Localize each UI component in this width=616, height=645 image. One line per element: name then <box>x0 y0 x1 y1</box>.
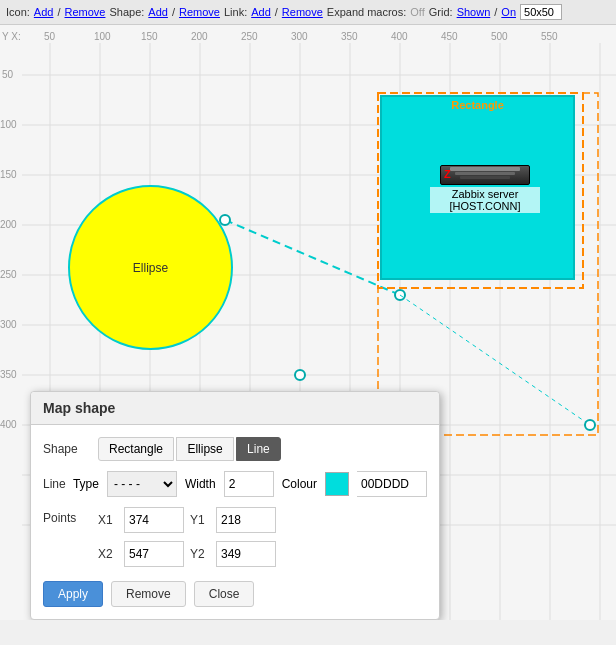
zabbix-host[interactable]: Zabbix server [HOST.CONN] <box>430 165 540 213</box>
rectangle-label: Rectangle <box>451 99 504 111</box>
icon-label: Icon: <box>6 6 30 18</box>
svg-text:450: 450 <box>441 31 458 42</box>
shape-sep: / <box>172 6 175 18</box>
shape-add-link[interactable]: Add <box>148 6 168 18</box>
dialog-buttons: Apply Remove Close <box>43 581 427 607</box>
svg-text:350: 350 <box>0 369 17 380</box>
shape-remove-link[interactable]: Remove <box>179 6 220 18</box>
point-row-1: X1 Y1 <box>98 507 276 533</box>
svg-point-43 <box>220 215 230 225</box>
icon-sep: / <box>57 6 60 18</box>
toolbar: Icon: Add / Remove Shape: Add / Remove L… <box>0 0 616 25</box>
svg-text:150: 150 <box>0 169 17 180</box>
svg-text:550: 550 <box>541 31 558 42</box>
type-label: Type <box>73 477 99 491</box>
link-label: Link: <box>224 6 247 18</box>
colour-input[interactable] <box>357 471 427 497</box>
x2-input[interactable] <box>124 541 184 567</box>
x1-input[interactable] <box>124 507 184 533</box>
link-add-link[interactable]: Add <box>251 6 271 18</box>
shape-ellipse-button[interactable]: Ellipse <box>176 437 233 461</box>
shape-line-button[interactable]: Line <box>236 437 281 461</box>
line-type-select[interactable]: - - - - —— · · · · <box>107 471 177 497</box>
svg-text:200: 200 <box>0 219 17 230</box>
points-grid: X1 Y1 X2 Y2 <box>98 507 276 567</box>
apply-button[interactable]: Apply <box>43 581 103 607</box>
svg-text:250: 250 <box>241 31 258 42</box>
x2-label: X2 <box>98 547 118 561</box>
svg-text:100: 100 <box>0 119 17 130</box>
grid-shown-link[interactable]: Shown <box>457 6 491 18</box>
svg-text:400: 400 <box>0 419 17 430</box>
y1-label: Y1 <box>190 513 210 527</box>
svg-text:250: 250 <box>0 269 17 280</box>
dialog-body: Shape Rectangle Ellipse Line Line Type -… <box>31 425 439 619</box>
grid-sep: / <box>494 6 497 18</box>
zabbix-label: Zabbix server [HOST.CONN] <box>430 187 540 213</box>
svg-text:200: 200 <box>191 31 208 42</box>
line-width-input[interactable] <box>224 471 274 497</box>
svg-text:500: 500 <box>491 31 508 42</box>
svg-text:400: 400 <box>391 31 408 42</box>
colour-swatch[interactable] <box>325 472 349 496</box>
shape-row: Shape Rectangle Ellipse Line <box>43 437 427 461</box>
zabbix-icon <box>440 165 530 185</box>
svg-text:150: 150 <box>141 31 158 42</box>
points-row-label: Points <box>43 507 98 525</box>
point-row-2: X2 Y2 <box>98 541 276 567</box>
svg-text:100: 100 <box>94 31 111 42</box>
width-label: Width <box>185 477 216 491</box>
line-row-label: Line <box>43 477 73 491</box>
svg-text:50: 50 <box>2 69 14 80</box>
map-shape-dialog: Map shape Shape Rectangle Ellipse Line L… <box>30 391 440 620</box>
icon-remove-link[interactable]: Remove <box>65 6 106 18</box>
svg-text:50: 50 <box>44 31 56 42</box>
svg-text:Y X:: Y X: <box>2 31 21 42</box>
points-row: Points X1 Y1 X2 Y2 <box>43 507 427 567</box>
dialog-title: Map shape <box>31 392 439 425</box>
ellipse-shape[interactable]: Ellipse <box>68 185 233 350</box>
svg-text:350: 350 <box>341 31 358 42</box>
grid-size-input[interactable] <box>520 4 562 20</box>
close-button[interactable]: Close <box>194 581 255 607</box>
zabbix-icon-bar <box>450 167 520 171</box>
svg-point-45 <box>295 370 305 380</box>
ellipse-label: Ellipse <box>133 261 168 275</box>
y2-input[interactable] <box>216 541 276 567</box>
canvas-area: 50 100 150 200 250 300 350 400 450 500 5… <box>0 25 616 620</box>
grid-on-link[interactable]: On <box>501 6 516 18</box>
line-row-container: Line Type - - - - —— · · · · Width Colou… <box>43 471 427 497</box>
x1-label: X1 <box>98 513 118 527</box>
shape-button-group: Rectangle Ellipse Line <box>98 437 280 461</box>
svg-point-47 <box>585 420 595 430</box>
link-remove-link[interactable]: Remove <box>282 6 323 18</box>
svg-point-44 <box>395 290 405 300</box>
shape-row-label: Shape <box>43 442 98 456</box>
y2-label: Y2 <box>190 547 210 561</box>
remove-button[interactable]: Remove <box>111 581 186 607</box>
grid-label: Grid: <box>429 6 453 18</box>
icon-add-link[interactable]: Add <box>34 6 54 18</box>
expand-label: Expand macros: <box>327 6 406 18</box>
svg-text:300: 300 <box>291 31 308 42</box>
link-sep: / <box>275 6 278 18</box>
y1-input[interactable] <box>216 507 276 533</box>
svg-text:300: 300 <box>0 319 17 330</box>
expand-off[interactable]: Off <box>410 6 424 18</box>
svg-line-42 <box>225 220 400 295</box>
colour-label: Colour <box>282 477 317 491</box>
line-options: Type - - - - —— · · · · Width Colour <box>73 471 427 497</box>
shape-rectangle-button[interactable]: Rectangle <box>98 437 174 461</box>
shape-label: Shape: <box>109 6 144 18</box>
